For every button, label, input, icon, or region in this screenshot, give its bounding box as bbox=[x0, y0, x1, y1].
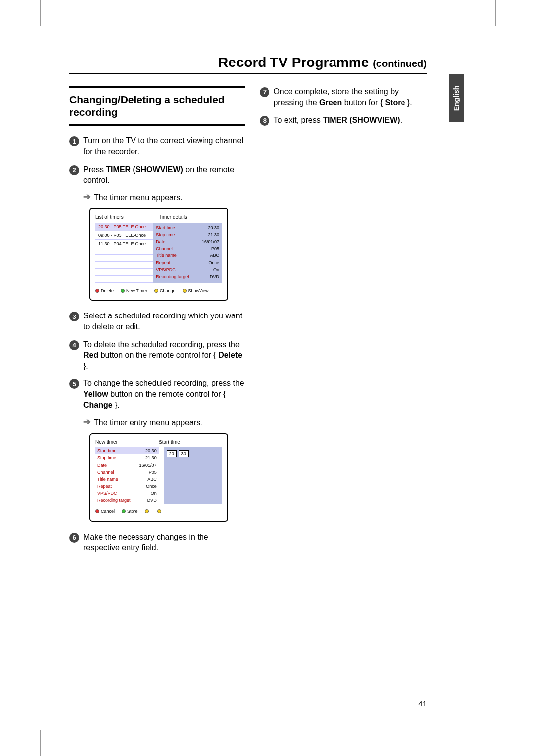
timer-detail-row: ChannelP05 bbox=[156, 245, 219, 252]
substep-text: The timer menu appears. bbox=[94, 192, 245, 203]
step-5: 5To change the scheduled recording, pres… bbox=[69, 378, 245, 410]
step-bullet: 7 bbox=[260, 87, 269, 97]
step-6: 6Make the necessary changes in the respe… bbox=[69, 532, 245, 553]
entry-row: Stop time21:30 bbox=[95, 454, 159, 461]
left-column: Changing/Deleting a scheduled recording … bbox=[69, 86, 245, 560]
entry-row: Date16/01/07 bbox=[95, 462, 159, 469]
ui1-timer-list: 20:30 - P05 TELE-Once09:00 - P03 TELE-On… bbox=[95, 223, 153, 283]
step-text: Select a scheduled recording which you w… bbox=[83, 311, 245, 332]
red-dot-icon bbox=[95, 289, 99, 293]
yellow-dot-icon bbox=[154, 289, 158, 293]
ui2-footer: CancelStore bbox=[95, 508, 222, 514]
color-button-blank bbox=[145, 509, 150, 513]
step-bullet: 2 bbox=[69, 165, 79, 175]
step-text: Press TIMER (SHOWVIEW) on the remote con… bbox=[83, 164, 245, 186]
color-button-store: Store bbox=[122, 508, 138, 514]
color-button-change: Change bbox=[154, 288, 176, 294]
entry-row: RepeatOnce bbox=[95, 483, 159, 490]
red-dot-icon bbox=[95, 509, 99, 513]
green-dot-icon bbox=[121, 289, 125, 293]
substep-text: The timer entry menu appears. bbox=[94, 417, 245, 428]
page-title-suffix: (continued) bbox=[373, 58, 427, 69]
step-bullet: 3 bbox=[69, 312, 79, 321]
ui2-header-left: New timer bbox=[95, 439, 159, 446]
step-bullet: 4 bbox=[69, 340, 79, 350]
timer-entry-ui: New timer Start time Start time20:30Stop… bbox=[89, 433, 228, 522]
step-bullet: 8 bbox=[260, 116, 269, 126]
manual-page: Record TV Programme (continued) English … bbox=[69, 55, 427, 560]
substep: ➔ The timer entry menu appears. bbox=[83, 417, 245, 428]
timer-list-ui: List of timers Timer details 20:30 - P05… bbox=[89, 208, 228, 301]
yellow-dot-icon bbox=[145, 509, 149, 513]
color-button-new timer: New Timer bbox=[121, 288, 147, 294]
arrow-icon: ➔ bbox=[83, 417, 91, 428]
step-text: Once complete, store the setting by pres… bbox=[273, 86, 427, 108]
ui1-header-left: List of timers bbox=[95, 214, 159, 221]
entry-row: Recording targetDVD bbox=[95, 497, 159, 504]
timer-detail-row: Date16/01/07 bbox=[156, 238, 219, 245]
step-text: Make the necessary changes in the respec… bbox=[83, 532, 245, 553]
yellow-dot-icon bbox=[183, 289, 187, 293]
step-4: 4To delete the scheduled recording, pres… bbox=[69, 339, 245, 372]
timer-detail-row: Stop time21:30 bbox=[156, 231, 219, 238]
right-column: 7Once complete, store the setting by pre… bbox=[260, 86, 427, 560]
step-7: 7Once complete, store the setting by pre… bbox=[260, 86, 427, 108]
entry-row: Start time20:30 bbox=[95, 447, 159, 454]
step-text: Turn on the TV to the correct viewing ch… bbox=[83, 135, 245, 157]
step-bullet: 5 bbox=[69, 379, 79, 389]
time-cell: 30 bbox=[179, 450, 189, 457]
timer-detail-row: Title nameABC bbox=[156, 252, 219, 259]
timer-list-row: 20:30 - P05 TELE-Once bbox=[95, 223, 153, 231]
page-title: Record TV Programme (continued) bbox=[69, 55, 427, 74]
arrow-icon: ➔ bbox=[83, 192, 91, 203]
language-tab: English bbox=[449, 74, 464, 122]
page-title-main: Record TV Programme bbox=[218, 55, 369, 70]
step-1: 1Turn on the TV to the correct viewing c… bbox=[69, 135, 245, 157]
color-button-blank bbox=[157, 509, 163, 513]
entry-row: Title nameABC bbox=[95, 476, 159, 483]
yellow-dot-icon bbox=[157, 509, 161, 513]
ui2-left-panel: Start time20:30Stop time21:30Date16/01/0… bbox=[95, 447, 159, 504]
ui1-timer-details: Start time20:30Stop time21:30Date16/01/0… bbox=[153, 223, 222, 283]
timer-list-row: 11:30 - P04 TELE-Once bbox=[95, 240, 153, 248]
ui2-header-right: Start time bbox=[159, 439, 222, 446]
ui1-footer: DeleteNew TimerChangeShowView bbox=[95, 288, 222, 294]
timer-detail-row: Recording targetDVD bbox=[156, 273, 219, 280]
step-3: 3Select a scheduled recording which you … bbox=[69, 311, 245, 332]
step-2: 2Press TIMER (SHOWVIEW) on the remote co… bbox=[69, 164, 245, 186]
timer-detail-row: VPS/PDCOn bbox=[156, 266, 219, 273]
color-button-showview: ShowView bbox=[183, 288, 209, 294]
page-number: 41 bbox=[418, 699, 427, 708]
step-8: 8To exit, press TIMER (SHOWVIEW). bbox=[260, 115, 427, 126]
step-bullet: 1 bbox=[69, 136, 79, 146]
step-text: To change the scheduled recording, press… bbox=[83, 378, 245, 410]
timer-detail-row: Start time20:30 bbox=[156, 224, 219, 231]
step-bullet: 6 bbox=[69, 533, 79, 543]
step-text: To delete the scheduled recording, press… bbox=[83, 339, 245, 372]
green-dot-icon bbox=[122, 509, 126, 513]
color-button-cancel: Cancel bbox=[95, 508, 115, 514]
ui1-header-right: Timer details bbox=[159, 214, 222, 221]
substep: ➔ The timer menu appears. bbox=[83, 192, 245, 203]
entry-row: ChannelP05 bbox=[95, 469, 159, 476]
timer-list-row: 09:00 - P03 TELE-Once bbox=[95, 231, 153, 240]
time-cell: 20 bbox=[167, 450, 177, 457]
ui2-right-panel: 2030 bbox=[164, 447, 222, 504]
section-heading: Changing/Deleting a scheduled recording bbox=[69, 86, 245, 126]
timer-detail-row: RepeatOnce bbox=[156, 259, 219, 266]
color-button-delete: Delete bbox=[95, 288, 114, 294]
language-label: English bbox=[452, 86, 460, 111]
step-text: To exit, press TIMER (SHOWVIEW). bbox=[273, 115, 427, 126]
entry-row: VPS/PDCOn bbox=[95, 490, 159, 497]
